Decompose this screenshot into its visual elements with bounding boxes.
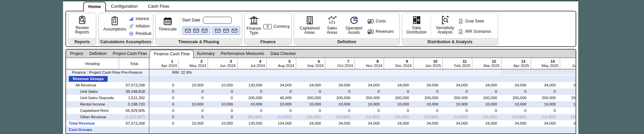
row-label[interactable]: Total Revenue	[66, 120, 119, 127]
irr-scenarios-button[interactable]: IRR Scenarios	[458, 28, 491, 35]
cell-value[interactable]: 130,000	[237, 82, 267, 88]
cell-value[interactable]: 10,000	[208, 101, 237, 108]
cell-value[interactable]: 0	[560, 88, 576, 95]
cell-value[interactable]: 34,000	[531, 82, 560, 88]
cell-value[interactable]: 10,000	[179, 101, 208, 108]
cell-value[interactable]: 200,000	[355, 95, 384, 101]
cell-value[interactable]: 130,000	[237, 120, 267, 127]
envelope-icon[interactable]	[202, 28, 208, 33]
cell-value[interactable]: 10,000	[296, 101, 326, 108]
timescale-button[interactable]: Timescale	[157, 15, 178, 38]
section-header-cost-groups[interactable]: Cost Groups	[66, 127, 149, 133]
cell-value[interactable]: 10,000	[501, 101, 531, 108]
envelope-icon[interactable]	[231, 28, 237, 33]
cell-value[interactable]: 34,000	[355, 82, 384, 88]
cell-value[interactable]: 0	[237, 88, 267, 95]
cell-value[interactable]: 10,000	[384, 101, 414, 108]
cell-value[interactable]: 34,000	[472, 120, 502, 127]
cell-value[interactable]: 0	[179, 108, 208, 114]
cell-value[interactable]: 34,000	[267, 82, 296, 88]
cell-value[interactable]: 10,000	[267, 101, 296, 108]
operated-assets-button[interactable]: Operated Assets	[342, 15, 366, 38]
cell-value[interactable]: 0	[296, 88, 326, 95]
cell-value[interactable]: (16,000)	[531, 114, 560, 120]
cell-value[interactable]: 0	[237, 108, 267, 114]
cell-value[interactable]: 34,000	[296, 82, 326, 88]
envelope-icon[interactable]	[185, 28, 191, 33]
assumptions-button[interactable]: Assumptions	[102, 15, 127, 38]
cell-value[interactable]: 34,000	[501, 82, 531, 88]
ribbon-tab-cash-flow[interactable]: Cash Flow	[143, 2, 174, 11]
cell-value[interactable]: 200,000	[501, 95, 531, 101]
cell-value[interactable]: 200,000	[531, 95, 560, 101]
cell-value[interactable]: 10,000	[531, 101, 560, 108]
sheet-tab-performance-measures[interactable]: Performance Measures	[218, 50, 267, 58]
row-total-value[interactable]: (1,215,567)	[119, 114, 149, 120]
section-header-revenue-groups[interactable]: Revenue Groups	[69, 76, 108, 82]
cell-value[interactable]: (80,000)	[237, 114, 267, 120]
costs-button[interactable]: Costs	[367, 17, 394, 25]
row-label[interactable]: Unit Sales Deposits	[66, 95, 119, 101]
cell-value[interactable]: 34,000	[414, 82, 443, 88]
cell-value[interactable]: 0	[355, 88, 384, 95]
sales-areas-button[interactable]: Sales Areas	[323, 15, 341, 38]
row-label[interactable]: All Revenue	[66, 82, 119, 88]
envelope-icon[interactable]	[215, 28, 221, 33]
cell-value[interactable]: 200,000	[237, 95, 267, 101]
row-total-value[interactable]: 97,573,268	[119, 82, 149, 88]
row-total-value[interactable]: 55,929,905	[119, 108, 149, 114]
cell-value[interactable]: 0	[179, 114, 208, 120]
row-label[interactable]: Other Revenue	[66, 114, 119, 120]
cell-value[interactable]: 10,000	[325, 101, 355, 108]
cell-value[interactable]: 10,000	[443, 101, 472, 108]
row-label[interactable]: Finance : Project Cash Flow Pre-Finance	[66, 69, 149, 76]
cell-value[interactable]: 0	[149, 101, 179, 108]
cell-value[interactable]: 0	[501, 88, 531, 95]
cell-value[interactable]: 34,000	[472, 82, 502, 88]
envelope-icon[interactable]	[193, 28, 199, 33]
inflation-button[interactable]: Inflation	[129, 22, 151, 30]
cell-value[interactable]: 34,000	[531, 120, 560, 127]
cell-value[interactable]: 0	[179, 88, 208, 95]
cell-value[interactable]: 0	[384, 108, 414, 114]
cell-value[interactable]: (16,000)	[355, 114, 384, 120]
row-label[interactable]: Unit Sales	[66, 88, 119, 95]
capitalised-areas-button[interactable]: Capitalised Areas	[297, 15, 322, 38]
cell-value[interactable]: 200,000	[296, 95, 326, 101]
cell-value[interactable]: 0	[531, 108, 560, 114]
review-reports-button[interactable]: Review Reports	[70, 15, 94, 38]
goal-seek-button[interactable]: Goal Seek	[458, 17, 491, 25]
sheet-tab-finance-cash-flow[interactable]: Finance Cash Flow	[150, 50, 194, 58]
cell-value[interactable]: 134,000	[267, 120, 296, 127]
ribbon-tab-configuration[interactable]: Configuration	[106, 2, 143, 11]
cell-value[interactable]: 34,000	[560, 120, 576, 127]
cell-value[interactable]: 200,000	[384, 95, 414, 101]
cell-value[interactable]: 0	[208, 95, 237, 101]
currency-button[interactable]: 0 Currency	[263, 23, 290, 30]
revenues-button[interactable]: Revenues	[367, 28, 394, 35]
cell-value[interactable]: 0	[208, 114, 237, 120]
cell-value[interactable]: 0	[443, 108, 472, 114]
residual-button[interactable]: Residual	[129, 30, 151, 37]
sheet-tab-project[interactable]: Project	[67, 50, 86, 58]
cell-value[interactable]: 0	[560, 108, 576, 114]
sheet-tab-definition[interactable]: Definition	[86, 50, 110, 58]
cell-value[interactable]: 0	[149, 95, 179, 101]
cell-value[interactable]: 34,000	[355, 120, 384, 127]
cell-value[interactable]: 0	[531, 88, 560, 95]
row-total-value[interactable]: 39,148,818	[119, 88, 149, 95]
row-total-value[interactable]: 3,198,720	[119, 101, 149, 108]
ribbon-tab-home[interactable]: Home	[83, 2, 106, 12]
cell-value[interactable]: 10,000	[237, 101, 267, 108]
data-distribution-button[interactable]: Data Distribution	[404, 15, 429, 38]
sheet-tab-summary[interactable]: Summary	[194, 50, 217, 58]
cell-value[interactable]: 34,000	[443, 82, 472, 88]
sheet-tab-data-checker[interactable]: Data Checker	[267, 50, 299, 58]
cell-value[interactable]: 0	[149, 82, 179, 88]
cell-value[interactable]: (16,000)	[414, 114, 443, 120]
cell-value[interactable]: 200,000	[560, 95, 576, 101]
cell-value[interactable]: (15,000)	[267, 114, 296, 120]
cell-value[interactable]: 0	[472, 108, 502, 114]
cell-value[interactable]: (16,000)	[296, 114, 326, 120]
finance-type-button[interactable]: Finance Type	[246, 15, 261, 38]
